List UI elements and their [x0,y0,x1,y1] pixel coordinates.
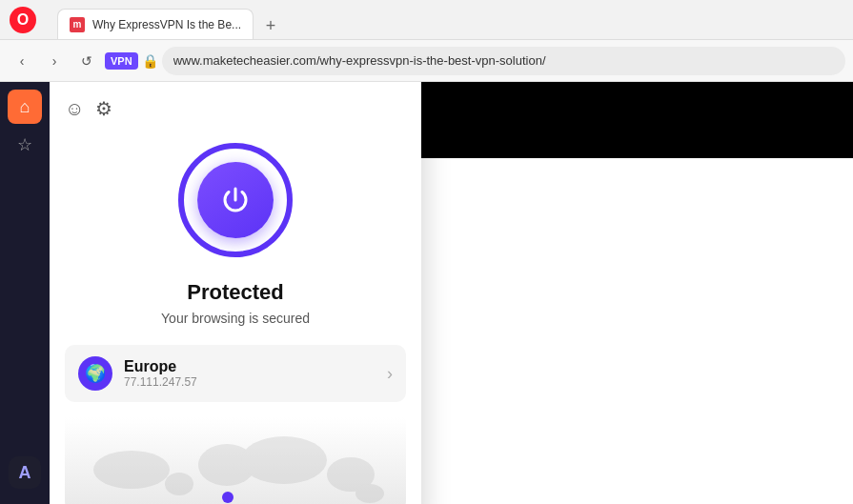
location-info: Europe 77.111.247.57 [124,358,197,389]
location-ip: 77.111.247.57 [124,375,197,389]
sidebar-app-icon[interactable]: A [9,456,41,489]
location-flag: 🌍 [78,356,112,391]
vpn-status-subtitle: Your browsing is secured [65,311,406,326]
tab-bar: O m Why ExpressVPN Is the Be... + [0,0,853,40]
svg-point-4 [355,484,384,503]
vpn-badge[interactable]: VPN [105,52,138,70]
vpn-power-circle [178,143,293,257]
forward-button[interactable]: › [40,47,69,75]
reload-button[interactable]: ↺ [72,47,101,75]
nav-bar: ‹ › ↺ VPN 🔒 [0,40,853,82]
chevron-right-icon: › [387,364,393,384]
location-left: 🌍 Europe 77.111.247.57 [78,356,197,391]
sidebar-bookmark-icon[interactable]: ☆ [8,128,42,162]
location-name: Europe [124,358,197,375]
browser-tab[interactable]: m Why ExpressVPN Is the Be... [57,9,254,39]
vpn-popup: ☺ ⚙ Protected Your browsing is secured [50,82,421,504]
tab-favicon: m [70,17,85,32]
main-content: er > Lifestyle > Productivity Vhy Expres… [50,82,853,504]
lock-icon: 🔒 [142,53,158,69]
map-location-dot [222,492,234,503]
popup-top-icons: ☺ ⚙ [65,97,406,120]
svg-point-5 [165,473,193,495]
vpn-power-button[interactable] [197,162,274,238]
browser-sidebar: ⌂ ☆ A [0,82,50,504]
tab-title: Why ExpressVPN Is the Be... [92,18,241,31]
power-icon [218,183,253,217]
emoji-button[interactable]: ☺ [65,98,84,120]
new-tab-button[interactable]: + [257,12,284,39]
content-area: ⌂ ☆ A er > Lifestyle > [0,82,853,504]
back-button[interactable]: ‹ [8,47,36,75]
vpn-status-title: Protected [65,280,406,305]
vpn-map [65,417,406,504]
sidebar-home-icon[interactable]: ⌂ [8,90,42,124]
address-bar[interactable] [162,47,845,75]
svg-point-2 [241,436,327,484]
opera-logo[interactable]: O [10,7,36,33]
vpn-location-row[interactable]: 🌍 Europe 77.111.247.57 › [65,345,406,402]
svg-point-0 [93,451,170,489]
settings-button[interactable]: ⚙ [95,97,112,120]
world-map-svg [65,417,406,504]
browser-frame: O m Why ExpressVPN Is the Be... + ‹ › ↺ … [0,0,853,504]
